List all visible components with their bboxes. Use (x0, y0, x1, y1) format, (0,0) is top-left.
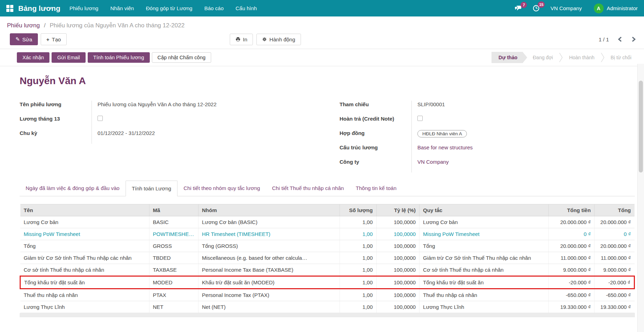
state-waiting[interactable]: Đang đợi (527, 52, 558, 63)
cell-name: Lương Cơ bản (20, 216, 149, 228)
table-row-gross[interactable]: Tổng GROSS Tổng (GROSS) 1,00 100,0000 Tổ… (20, 240, 635, 252)
slip-name-label: Tên phiếu lương (20, 101, 92, 115)
salary-lines-table: Tên Mã Nhóm Số lượng Tỷ lệ (%) Quy tắc T… (20, 204, 635, 313)
state-draft[interactable]: Dự thảo (491, 52, 527, 63)
cell-rule: Lương Thực Lĩnh (420, 301, 549, 313)
vertical-scrollbar-track[interactable] (637, 64, 644, 332)
header-name[interactable]: Tên (20, 204, 149, 216)
edit-button-label: Sửa (22, 36, 32, 42)
pager-previous-button[interactable] (618, 36, 622, 42)
create-button[interactable]: + Tạo (41, 33, 67, 45)
user-menu[interactable]: A Administrator (594, 4, 638, 13)
user-name: Administrator (607, 5, 638, 11)
print-button-label: In (243, 36, 248, 42)
header-rate[interactable]: Tỷ lệ (%) (376, 204, 420, 216)
navbar-right: 7 15 VN Company A Administrator (514, 4, 638, 13)
tab-salary-computation[interactable]: Tính toán Lương (126, 181, 177, 196)
contract-tag[interactable]: HĐLĐ Nhân viên A (417, 130, 467, 137)
state-rejected[interactable]: Bị từ chối (605, 52, 637, 63)
menu-item-contributions[interactable]: Đóng góp từ Lương (146, 5, 193, 11)
breadcrumb: Phiếu lương / Phiếu lương của Nguyễn Văn… (0, 16, 644, 31)
pager-next-button[interactable] (632, 36, 636, 42)
user-avatar: A (594, 4, 604, 13)
state-done[interactable]: Hoàn thành (563, 52, 600, 63)
table-row-pow-timesheet[interactable]: Missing PoW Timesheet POWTIMESHE… HR Tim… (20, 228, 635, 240)
confirm-button[interactable]: Xác nhận (17, 52, 49, 63)
menu-item-payslips[interactable]: Phiếu lương (69, 5, 98, 11)
cell-rate: 100,0000 (376, 264, 420, 276)
header-quantity[interactable]: Số lượng (340, 204, 376, 216)
record-buttons: ✎ Sửa + Tạo (10, 33, 67, 45)
company-switcher[interactable]: VN Company (550, 5, 582, 11)
breadcrumb-parent-link[interactable]: Phiếu lương (7, 22, 40, 29)
edit-button[interactable]: ✎ Sửa (10, 33, 38, 45)
tab-personal-income-tax[interactable]: Chi tiết Thuế thu nhập cá nhân (266, 181, 350, 196)
cell-rate: 100,0000 (376, 228, 420, 240)
table-row-tbded[interactable]: Giảm trừ Cơ Sở tính Thuế Thu nhập các nh… (20, 252, 635, 264)
cell-rate: 100,0000 (376, 216, 420, 228)
cell-total: 20.000.000 ₫ (595, 216, 635, 228)
table-row-taxbase[interactable]: Cơ sở tính Thuế thu nhập cá nhân TAXBASE… (20, 264, 635, 276)
action-button[interactable]: Hành động (256, 34, 301, 45)
cell-rule: Cơ sở tính Thuế thu nhập cá nhân (420, 264, 549, 276)
state-chevron-icon (601, 52, 604, 63)
cell-group: Net (NET) (198, 301, 340, 313)
company-label: Công ty (340, 158, 411, 172)
state-pipeline: Dự thảo Đang đợi Hoàn thành Bị từ chối (491, 52, 637, 63)
thirteen-month-checkbox[interactable] (98, 116, 103, 121)
tab-accounting-info[interactable]: Thông tin kế toán (350, 181, 402, 196)
update-attendance-button[interactable]: Cập nhật Chấm công (152, 52, 211, 63)
printer-icon (235, 37, 241, 42)
apps-grid-icon[interactable] (6, 5, 13, 12)
cell-group: HR Timesheet (TIMESHEET) (198, 228, 340, 240)
messages-badge: 7 (521, 2, 527, 8)
header-total[interactable]: Tổng (595, 204, 635, 216)
table-row-ptax[interactable]: Thuế thu nhập cá nhân PTAX Personal Inco… (20, 289, 635, 301)
header-group[interactable]: Nhóm (198, 204, 340, 216)
messages-button[interactable]: 7 (514, 5, 522, 12)
header-amount[interactable]: Tổng tiền (548, 204, 594, 216)
cell-amount: 0 ₫ (548, 228, 594, 240)
state-chevron-icon (559, 52, 563, 63)
compute-sheet-button[interactable]: Tính toán Phiếu lương (88, 52, 150, 63)
payroll-app-window: Bảng lương Phiếu lương Nhân viên Đóng gó… (0, 0, 644, 332)
header-rule[interactable]: Quy tắc (420, 204, 549, 216)
thirteen-month-label: Lương tháng 13 (20, 115, 92, 129)
credit-note-checkbox[interactable] (417, 116, 423, 121)
employee-name-title: Nguyễn Văn A (20, 75, 635, 87)
cell-code: NET (149, 301, 198, 313)
send-email-button[interactable]: Gửi Email (52, 52, 86, 63)
pager: 1 / 1 (599, 36, 636, 42)
cell-quantity: 1,00 (340, 301, 376, 313)
cell-rule: Tổng (420, 240, 549, 252)
table-row-basic[interactable]: Lương Cơ bản BASIC Lương Cơ bản (BASIC) … (20, 216, 635, 228)
header-code[interactable]: Mã (149, 204, 198, 216)
app-brand[interactable]: Bảng lương (18, 4, 60, 13)
plus-icon: + (46, 36, 49, 42)
cell-rate: 100,0000 (376, 252, 420, 264)
cell-rate: 100,0000 (376, 289, 420, 301)
menu-item-reports[interactable]: Báo cáo (204, 5, 223, 11)
menu-item-configuration[interactable]: Cấu hình (236, 5, 257, 11)
activities-button[interactable]: 15 (532, 5, 540, 12)
table-row-moded-highlighted[interactable]: Tổng khấu trừ đặt suất ăn MODED Khấu trừ… (20, 276, 635, 289)
print-button[interactable]: In (230, 34, 253, 45)
cell-name: Cơ sở tính Thuế thu nhập cá nhân (20, 264, 149, 276)
company-link[interactable]: VN Company (417, 159, 449, 165)
vertical-scrollbar-thumb[interactable] (639, 81, 643, 172)
main-menu: Phiếu lương Nhân viên Đóng góp từ Lương … (69, 5, 257, 11)
cell-code: TBDED (149, 252, 198, 264)
cell-group: Miscellaneous (e.g. based for other calc… (198, 252, 340, 264)
cell-name: Thuế thu nhập cá nhân (20, 289, 149, 301)
structure-link[interactable]: Base for new structures (417, 144, 473, 150)
table-row-net[interactable]: Lương Thực Lĩnh NET Net (NET) 1,00 100,0… (20, 301, 635, 313)
tab-worked-days[interactable]: Ngày đã làm việc & đóng góp & đầu vào (20, 181, 126, 196)
tab-rule-category-details[interactable]: Chi tiết theo nhóm quy tắc lương (177, 181, 266, 196)
cell-total: 19.330.000 ₫ (595, 301, 635, 313)
cell-quantity: 1,00 (340, 252, 376, 264)
form-sheet: Nguyễn Văn A Tên phiếu lương Phiếu lương… (0, 66, 644, 317)
table-header-row: Tên Mã Nhóm Số lượng Tỷ lệ (%) Quy tắc T… (20, 204, 635, 216)
right-field-group: Tham chiếu SLIP/00001 Hoàn trả (Credit N… (340, 101, 635, 172)
menu-item-employees[interactable]: Nhân viên (110, 5, 134, 11)
cell-name: Tổng (20, 240, 149, 252)
